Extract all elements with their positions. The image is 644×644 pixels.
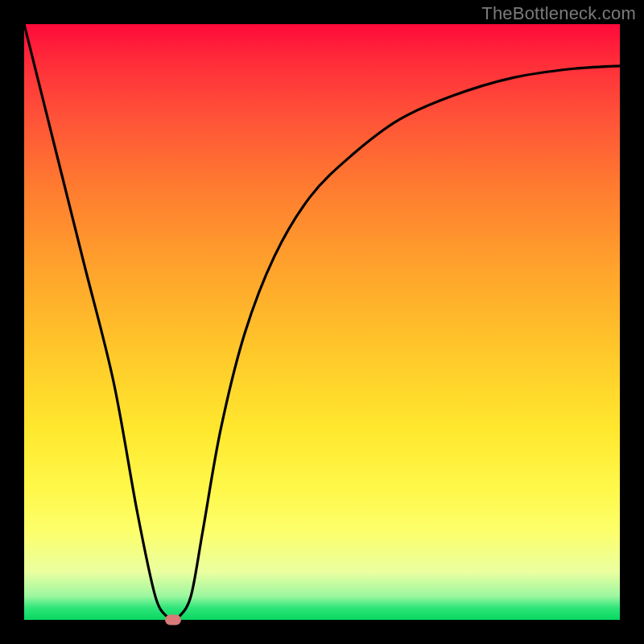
plot-area (24, 24, 620, 620)
curve-layer (24, 24, 620, 620)
bottleneck-curve (24, 24, 620, 620)
watermark-text: TheBottleneck.com (481, 3, 636, 24)
chart-frame: TheBottleneck.com (0, 0, 644, 644)
minimum-marker (165, 615, 181, 625)
